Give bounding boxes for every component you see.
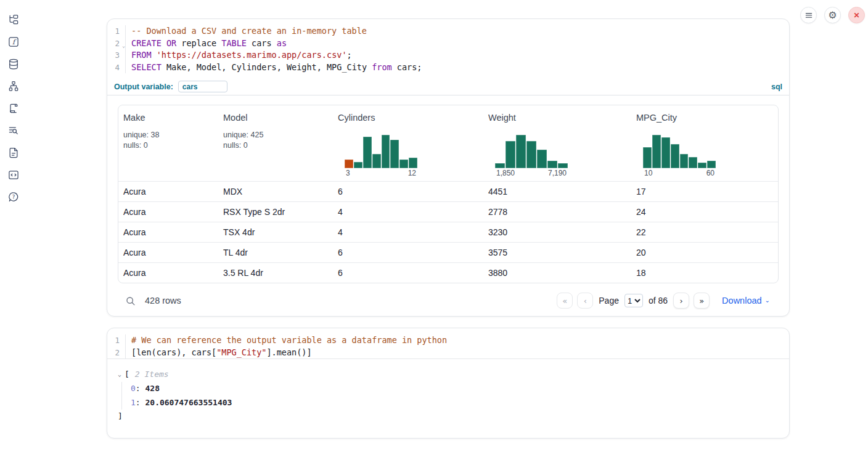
page-label: Page	[599, 296, 619, 305]
download-menu[interactable]: Download ⌄	[722, 296, 770, 305]
code-text: CREATE OR replace TABLE cars as	[131, 38, 287, 50]
line-number: 1	[107, 334, 126, 347]
column-name[interactable]: MPG_City	[636, 113, 776, 123]
histogram-bar	[652, 135, 661, 168]
table-cell: 18	[631, 268, 779, 278]
histogram-axis: 1,8507,190	[495, 168, 568, 177]
table-cell: 2778	[483, 207, 631, 217]
next-page-button[interactable]: ›	[673, 293, 689, 309]
table-cell: 24	[631, 207, 779, 217]
column-header-cylinders: Cylinders312	[333, 105, 483, 181]
histogram-bar	[382, 135, 390, 168]
histogram-bar	[345, 160, 353, 168]
download-label: Download	[722, 296, 762, 305]
sidebar-item-logs[interactable]	[7, 124, 20, 137]
line-number: 2	[107, 347, 126, 359]
histogram-axis: 312	[345, 168, 417, 177]
python-code-editor[interactable]: 1# We can reference the output variable …	[107, 328, 789, 358]
sql-code-editor[interactable]: 1-- Download a CSV and create an in-memo…	[107, 19, 789, 73]
table-footer: 428 rows « ‹ Page 1 of 86 › » Download ⌄	[118, 283, 779, 317]
column-name[interactable]: Model	[223, 113, 328, 123]
column-histogram: 1060	[643, 134, 716, 177]
column-name[interactable]: Make	[123, 113, 213, 123]
gear-icon: ⚙	[828, 10, 837, 20]
code-line: 1-- Download a CSV and create an in-memo…	[107, 25, 789, 38]
table-cell: Acura	[118, 248, 218, 257]
table-cell: Acura	[118, 227, 218, 237]
file-explorer-icon	[7, 14, 20, 26]
sidebar-item-functions[interactable]: f	[7, 36, 20, 48]
sql-cell: 1-- Download a CSV and create an in-memo…	[107, 18, 790, 317]
table-row: AcuraMDX6445117	[118, 181, 778, 201]
column-histogram: 312	[345, 134, 417, 177]
table-row: AcuraTL 4dr6357520	[118, 242, 778, 262]
table-cell: TSX 4dr	[218, 227, 333, 237]
search-icon	[125, 296, 136, 306]
line-number: 4	[107, 62, 126, 74]
histogram-bar	[671, 144, 679, 168]
row-count: 428 rows	[145, 296, 181, 305]
code-text: SELECT Make, Model, Cylinders, Weight, M…	[131, 62, 422, 74]
table-header: Makeunique: 38nulls: 0Modelunique: 425nu…	[118, 105, 778, 181]
sidebar-item-datasources[interactable]	[7, 58, 20, 70]
helper-sidebar: f?	[0, 0, 27, 449]
line-number: 3	[107, 49, 126, 62]
table-row: AcuraTSX 4dr4323022	[118, 222, 778, 242]
snippets-icon	[7, 169, 20, 181]
table-cell: 3880	[483, 268, 631, 278]
page-total-label: of 86	[649, 296, 668, 305]
code-line: 2⌄CREATE OR replace TABLE cars as	[107, 38, 789, 50]
code-text: [len(cars), cars["MPG_City"].mean()]	[131, 347, 312, 359]
tree-entry: 0: 428	[131, 382, 779, 396]
table-cell: 6	[333, 248, 483, 257]
histogram-bar	[526, 141, 536, 168]
histogram-bar	[354, 162, 362, 168]
shutdown-button[interactable]: ✕	[848, 7, 865, 23]
column-name[interactable]: Cylinders	[338, 113, 478, 123]
table-cell: 4	[333, 227, 483, 237]
table-row: AcuraRSX Type S 2dr4277824	[118, 201, 778, 222]
column-header-model: Modelunique: 425nulls: 0	[218, 105, 333, 181]
column-header-mpg_city: MPG_City1060	[631, 105, 779, 181]
sidebar-item-file-explorer[interactable]	[7, 14, 20, 26]
histogram-bar	[680, 154, 689, 168]
tree-collapse-icon[interactable]: ⌄	[118, 371, 121, 378]
code-line: 3FROM 'https://datasets.marimo.app/cars.…	[107, 49, 789, 62]
sidebar-item-snippets[interactable]	[7, 169, 20, 181]
histogram-bar	[547, 161, 557, 168]
table-cell: Acura	[118, 268, 218, 278]
sidebar-item-help[interactable]: ?	[7, 191, 20, 203]
sidebar-item-documentation[interactable]	[7, 147, 20, 159]
column-stats: unique: 425nulls: 0	[223, 130, 328, 150]
settings-button[interactable]: ⚙	[824, 7, 841, 23]
page-select[interactable]: 1	[624, 294, 643, 307]
column-name[interactable]: Weight	[488, 113, 626, 123]
search-button[interactable]	[123, 293, 137, 308]
column-histogram: 1,8507,190	[495, 134, 568, 177]
histogram-bars	[643, 134, 716, 168]
pagination: « ‹ Page 1 of 86 › »	[557, 293, 710, 309]
histogram-bar	[506, 141, 515, 168]
python-cell-output: ⌄ [ 2 Items 0: 4281: 20.060747663551403 …	[107, 358, 789, 421]
column-header-make: Makeunique: 38nulls: 0	[118, 105, 218, 181]
histogram-bar	[495, 163, 505, 168]
last-page-button[interactable]: »	[694, 293, 710, 309]
histogram-bar	[698, 163, 706, 168]
histogram-bar	[516, 135, 526, 168]
histogram-bars	[495, 134, 568, 168]
table-cell: 6	[333, 268, 483, 278]
sidebar-item-scratchpad[interactable]	[7, 102, 20, 115]
column-stats: unique: 38nulls: 0	[123, 130, 213, 150]
histogram-bar	[558, 163, 568, 168]
menu-button[interactable]	[800, 7, 817, 23]
histogram-bar	[409, 158, 417, 168]
table-cell: 3230	[483, 227, 631, 237]
prev-page-button[interactable]: ‹	[577, 293, 593, 309]
code-line: 4SELECT Make, Model, Cylinders, Weight, …	[107, 62, 789, 74]
sidebar-item-dependencies[interactable]	[7, 80, 20, 92]
help-icon: ?	[7, 191, 20, 203]
histogram-bar	[372, 154, 381, 168]
scratchpad-icon	[7, 102, 20, 115]
output-variable-input[interactable]	[178, 81, 227, 92]
first-page-button[interactable]: «	[557, 293, 573, 309]
